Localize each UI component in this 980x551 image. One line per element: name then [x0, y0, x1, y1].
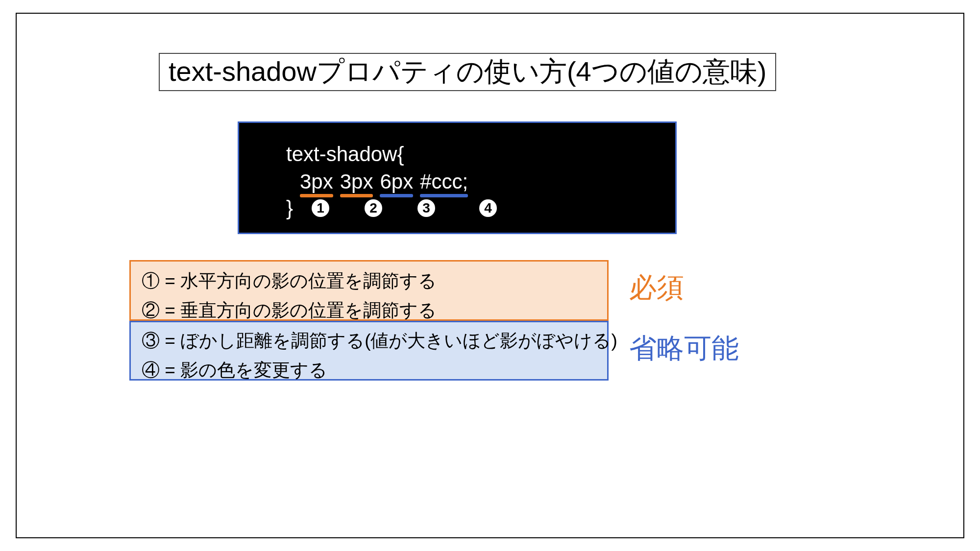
code-values: 3px3px6px#ccc; — [300, 170, 468, 196]
required-values-box: ① = 水平方向の影の位置を調節する ② = 垂直方向の影の位置を調節する — [129, 260, 609, 321]
label-required: 必須 — [629, 269, 684, 307]
code-block: text-shadow{ 3px3px6px#ccc; } 1 2 3 4 — [238, 121, 677, 234]
marker-4-icon: 4 — [479, 199, 497, 217]
optional-values-box: ③ = ぼかし距離を調節する(値が大きいほど影がぼやける) ④ = 影の色を変更… — [129, 321, 609, 381]
code-value-1: 3px — [300, 170, 333, 196]
code-value-3: 6px — [380, 170, 413, 196]
code-declaration: text-shadow{ — [286, 143, 404, 166]
slide-title: text-shadowプロパティの使い方(4つの値の意味) — [159, 53, 776, 91]
desc-line-1: ① = 水平方向の影の位置を調節する — [142, 269, 596, 293]
code-value-2: 3px — [340, 170, 373, 196]
marker-3-icon: 3 — [417, 199, 435, 217]
desc-line-2: ② = 垂直方向の影の位置を調節する — [142, 298, 596, 323]
desc-line-4: ④ = 影の色を変更する — [142, 358, 596, 383]
marker-2-icon: 2 — [365, 199, 382, 217]
code-value-4: #ccc; — [420, 170, 468, 196]
label-optional: 省略可能 — [629, 330, 739, 367]
marker-1-icon: 1 — [312, 199, 329, 217]
slide-frame: text-shadowプロパティの使い方(4つの値の意味) text-shado… — [16, 13, 964, 538]
desc-line-3: ③ = ぼかし距離を調節する(値が大きいほど影がぼやける) — [142, 329, 596, 353]
code-close-brace: } — [286, 196, 293, 220]
